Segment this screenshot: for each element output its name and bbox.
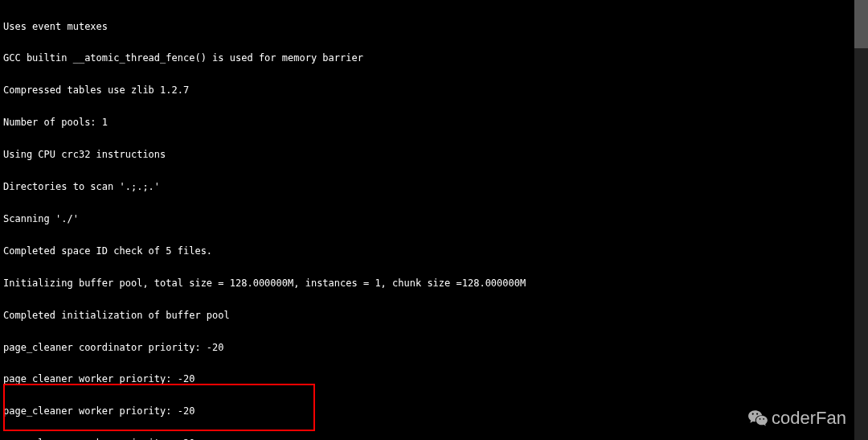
- log-line: page_cleaner worker priority: -20: [3, 406, 854, 417]
- log-line: Using CPU crc32 instructions: [3, 150, 854, 160]
- log-line: Compressed tables use zlib 1.2.7: [3, 85, 854, 96]
- log-line: GCC builtin __atomic_thread_fence() is u…: [3, 53, 854, 64]
- scrollbar-thumb[interactable]: [854, 0, 868, 48]
- log-line: Directories to scan '.;.;.': [3, 182, 854, 192]
- log-line: Uses event mutexes: [3, 22, 854, 32]
- terminal-output[interactable]: Uses event mutexes GCC builtin __atomic_…: [0, 0, 858, 440]
- log-line: page_cleaner coordinator priority: -20: [3, 343, 854, 353]
- log-line: Completed initialization of buffer pool: [3, 310, 854, 321]
- log-line: page_cleaner worker priority: -20: [3, 374, 854, 384]
- vertical-scrollbar[interactable]: [854, 0, 868, 440]
- log-line: Scanning './': [3, 214, 854, 224]
- log-line: Number of pools: 1: [3, 117, 854, 128]
- log-line: Initializing buffer pool, total size = 1…: [3, 278, 854, 289]
- log-line: Completed space ID check of 5 files.: [3, 246, 854, 257]
